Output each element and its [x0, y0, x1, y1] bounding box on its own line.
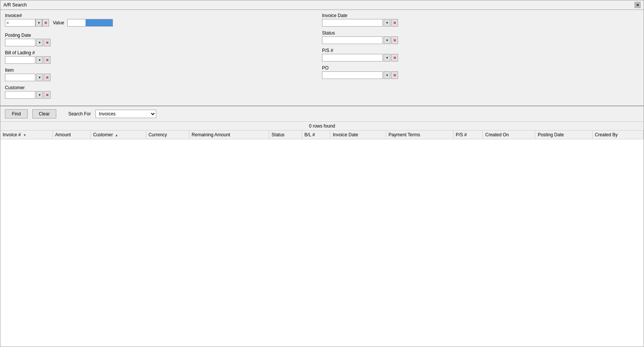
- rows-found-text: 0 rows found: [309, 123, 335, 129]
- invoice-date-input[interactable]: [322, 19, 383, 27]
- toolbar: Find Clear Search For Invoices Credits A…: [0, 106, 644, 122]
- po-dropdown-btn[interactable]: ▾: [384, 71, 390, 79]
- customer-clear-btn[interactable]: ✕: [44, 91, 51, 99]
- col-payment-terms[interactable]: Payment Terms: [386, 131, 453, 139]
- invoice-date-dropdown-btn[interactable]: ▾: [384, 19, 390, 27]
- item-label: Item: [5, 68, 322, 73]
- col-customer[interactable]: Customer ▲: [90, 131, 146, 139]
- po-clear-btn[interactable]: ✕: [391, 71, 398, 79]
- col-ps-num[interactable]: P/S #: [453, 131, 483, 139]
- status-input[interactable]: [322, 36, 383, 44]
- bill-of-lading-dropdown-btn[interactable]: ▾: [36, 56, 43, 64]
- posting-date-input[interactable]: [5, 39, 35, 46]
- chevron-down-icon: ▾: [39, 93, 41, 97]
- chevron-down-icon: ▾: [386, 56, 388, 60]
- item-field: Item ▾ ✕: [5, 68, 322, 81]
- clear-button[interactable]: Clear: [32, 109, 56, 118]
- col-created-by[interactable]: Created By: [592, 131, 643, 139]
- invoice-date-clear-btn[interactable]: ✕: [391, 19, 398, 27]
- close-icon: ✕: [636, 3, 639, 7]
- ps-num-label: P/S #: [322, 48, 639, 53]
- red-x-icon: ✕: [44, 21, 47, 25]
- clear-x-icon: ✕: [393, 56, 396, 60]
- invoice-date-field: Invoice Date ▾ ✕: [322, 13, 639, 27]
- col-invoice-date[interactable]: Invoice Date: [330, 131, 386, 139]
- col-bl-num[interactable]: B/L #: [302, 131, 330, 139]
- col-remaining-amount[interactable]: Remaining Amount: [189, 131, 269, 139]
- bill-of-lading-clear-btn[interactable]: ✕: [44, 56, 51, 64]
- fields-grid: Invoice# ▾ ✕ Value: [5, 13, 639, 101]
- col-status[interactable]: Status: [269, 131, 302, 139]
- header-row: Invoice # ▼ Amount Customer ▲ Currency R…: [0, 131, 644, 139]
- item-dropdown-btn[interactable]: ▾: [36, 74, 43, 81]
- col-currency[interactable]: Currency: [146, 131, 189, 139]
- find-button[interactable]: Find: [5, 109, 28, 118]
- ps-num-input[interactable]: [322, 54, 383, 62]
- chevron-down-icon: ▾: [38, 21, 40, 25]
- customer-dropdown-btn[interactable]: ▾: [36, 91, 43, 99]
- chevron-down-icon: ▾: [386, 73, 388, 77]
- customer-controls: ▾ ✕: [5, 91, 322, 99]
- status-dropdown-btn[interactable]: ▾: [384, 36, 390, 44]
- sort-desc-icon: ▼: [23, 133, 26, 137]
- title-bar: A/R Search ✕: [0, 0, 644, 10]
- search-for-select[interactable]: Invoices Credits All: [95, 110, 156, 118]
- col-created-on[interactable]: Created On: [483, 131, 535, 139]
- posting-date-clear-btn[interactable]: ✕: [44, 39, 51, 46]
- invoice-num-field: Invoice# ▾ ✕ Value: [5, 13, 322, 29]
- close-button[interactable]: ✕: [634, 2, 641, 8]
- posting-date-field: Posting Date ▾ ✕: [5, 33, 322, 46]
- clear-x-icon: ✕: [393, 73, 396, 77]
- po-input[interactable]: [322, 71, 383, 79]
- clear-x-icon: ✕: [46, 41, 49, 45]
- invoice-clear-btn[interactable]: ✕: [42, 19, 49, 27]
- invoice-date-label: Invoice Date: [322, 13, 639, 18]
- invoice-eq-input[interactable]: [5, 19, 35, 27]
- search-panel: Invoice# ▾ ✕ Value: [0, 10, 644, 106]
- search-for-label: Search For: [68, 111, 91, 117]
- posting-date-dropdown-btn[interactable]: ▾: [36, 39, 43, 46]
- status-field: Status ▾ ✕: [322, 30, 639, 44]
- clear-x-icon: ✕: [46, 76, 49, 80]
- table-container[interactable]: Invoice # ▼ Amount Customer ▲ Currency R…: [0, 131, 644, 347]
- clear-x-icon: ✕: [393, 38, 396, 43]
- posting-date-label: Posting Date: [5, 33, 322, 38]
- value-label: Value: [53, 20, 64, 25]
- bill-of-lading-field: Bill of Lading # ▾ ✕: [5, 50, 322, 64]
- item-clear-btn[interactable]: ✕: [44, 74, 51, 81]
- status-clear-btn[interactable]: ✕: [391, 36, 398, 44]
- po-field: PO ▾ ✕: [322, 65, 639, 79]
- customer-input[interactable]: [5, 91, 35, 99]
- invoice-date-controls: ▾ ✕: [322, 19, 639, 27]
- invoice-eq-dropdown-btn[interactable]: ▾: [35, 19, 42, 27]
- status-controls: ▾ ✕: [322, 36, 639, 44]
- bill-of-lading-input[interactable]: [5, 56, 35, 64]
- invoice-num-label: Invoice#: [5, 13, 322, 18]
- col-amount[interactable]: Amount: [53, 131, 91, 139]
- col-invoice-num[interactable]: Invoice # ▼: [0, 131, 53, 139]
- window-title: A/R Search: [3, 2, 27, 8]
- invoice-eq-group: ▾ ✕: [5, 19, 49, 27]
- invoice-value-input[interactable]: [67, 19, 113, 27]
- right-column: Invoice Date ▾ ✕ Status: [322, 13, 639, 101]
- results-table: Invoice # ▼ Amount Customer ▲ Currency R…: [0, 131, 644, 139]
- ps-num-controls: ▾ ✕: [322, 54, 639, 62]
- ps-num-clear-btn[interactable]: ✕: [391, 54, 398, 62]
- po-label: PO: [322, 65, 639, 71]
- po-controls: ▾ ✕: [322, 71, 639, 79]
- bottom-section: Find Clear Search For Invoices Credits A…: [0, 106, 644, 347]
- customer-label: Customer: [5, 85, 322, 90]
- col-posting-date[interactable]: Posting Date: [535, 131, 592, 139]
- clear-x-icon: ✕: [393, 21, 396, 25]
- chevron-down-icon: ▾: [39, 58, 41, 62]
- status-bar: 0 rows found: [0, 122, 644, 131]
- ar-search-window: A/R Search ✕ Invoice# ▾: [0, 0, 644, 347]
- left-column: Invoice# ▾ ✕ Value: [5, 13, 322, 101]
- clear-x-icon: ✕: [46, 58, 49, 62]
- posting-date-controls: ▾ ✕: [5, 39, 322, 46]
- status-label: Status: [322, 30, 639, 36]
- sort-asc-icon: ▲: [115, 133, 118, 137]
- ps-num-dropdown-btn[interactable]: ▾: [384, 54, 390, 62]
- table-header: Invoice # ▼ Amount Customer ▲ Currency R…: [0, 131, 644, 139]
- item-input[interactable]: [5, 74, 35, 81]
